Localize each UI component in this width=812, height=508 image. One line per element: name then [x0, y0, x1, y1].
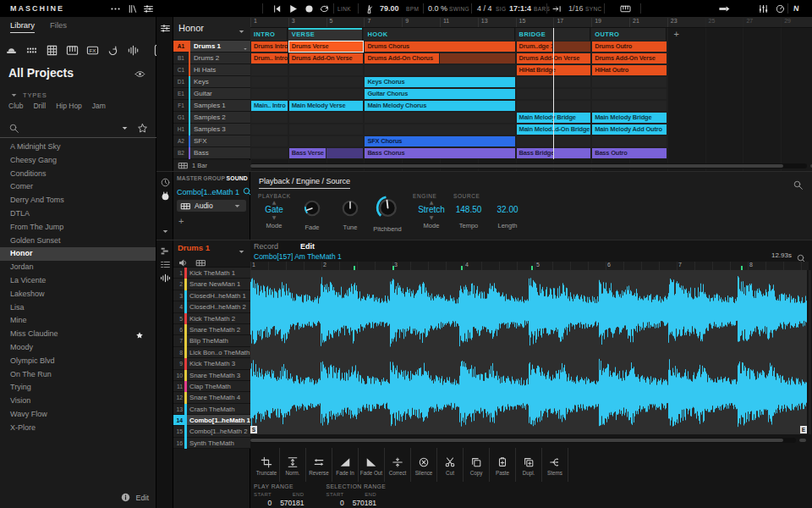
track-label-g1[interactable]: G1Samples 2: [173, 112, 250, 124]
power-button[interactable]: [775, 0, 786, 17]
clip-tail[interactable]: [553, 41, 590, 52]
browser-filter-projects[interactable]: [5, 43, 18, 58]
clip[interactable]: Bass Chorus: [365, 148, 514, 158]
arranger-hscrollbar[interactable]: [250, 163, 807, 168]
empty-slot[interactable]: [592, 101, 667, 111]
link-toggle[interactable]: LINK: [337, 0, 351, 17]
copy-button[interactable]: Copy: [464, 448, 490, 482]
project-item[interactable]: Conditions: [0, 168, 156, 181]
pattern-editor-icon[interactable]: [159, 245, 171, 257]
sound-slot-6[interactable]: 6Snare TheMath 2: [173, 324, 250, 335]
group-caret-icon[interactable]: [236, 24, 247, 39]
track-label-a2[interactable]: A2SFX: [173, 135, 250, 147]
play-range-end[interactable]: 570181: [280, 499, 304, 507]
tab-master[interactable]: MASTER: [177, 175, 202, 181]
clip[interactable]: Drums Add-On Chorus: [365, 53, 439, 64]
browser-filter-samples[interactable]: [127, 43, 140, 58]
clip[interactable]: Drums Chorus: [365, 41, 514, 52]
empty-slot[interactable]: [289, 136, 364, 146]
dupl--button[interactable]: Dupl.: [516, 448, 542, 482]
step-editor-icon[interactable]: [159, 258, 171, 270]
sound-name-row[interactable]: Combo[1..eMath 1: [177, 186, 253, 197]
paste-button[interactable]: Paste: [490, 448, 516, 482]
empty-slot[interactable]: [289, 113, 364, 123]
empty-slot[interactable]: [251, 65, 288, 75]
clip[interactable]: HiHat Outro: [592, 65, 667, 75]
sync-label[interactable]: SYNC: [585, 0, 602, 17]
sample-editor-icon[interactable]: [159, 272, 171, 284]
empty-slot[interactable]: [365, 113, 514, 123]
project-item[interactable]: Olympic Blvd: [0, 355, 156, 368]
panel-search-icon[interactable]: [793, 177, 804, 192]
pitchbend-knob-dial[interactable]: [375, 195, 401, 221]
clip[interactable]: Drums Intro: [251, 41, 288, 52]
clip[interactable]: Drums Add-On Verse: [592, 53, 667, 64]
browser-toggle-button[interactable]: [127, 0, 138, 17]
panel-title[interactable]: Playback / Engine / Source: [259, 177, 350, 189]
track-label-e1[interactable]: E1Guitar: [173, 88, 250, 100]
empty-slot[interactable]: [289, 124, 364, 135]
empty-slot[interactable]: [592, 89, 667, 99]
scene-intro[interactable]: INTRO: [250, 28, 288, 41]
project-item[interactable]: X-Plore: [0, 422, 156, 435]
types-header[interactable]: TYPES: [8, 90, 47, 101]
follow-button[interactable]: [551, 0, 562, 17]
plugin-slot[interactable]: Audio: [177, 200, 246, 212]
grid-setting[interactable]: 1 Bar: [173, 160, 250, 171]
length-control[interactable]: 32.00 Length: [486, 200, 529, 229]
clip[interactable]: Drum.. Intro: [251, 53, 288, 64]
sound-slot-1[interactable]: 1Kick TheMath 1: [173, 268, 250, 279]
arranger-view-icon[interactable]: [159, 22, 171, 34]
playhead[interactable]: [553, 28, 554, 159]
restart-button[interactable]: [272, 0, 283, 17]
collapse-caret-icon[interactable]: [159, 225, 171, 237]
project-item[interactable]: Miss Claudine: [0, 328, 156, 341]
cut-button[interactable]: Cut: [437, 448, 464, 482]
stems-button[interactable]: Stems: [542, 448, 568, 482]
track-label-d1[interactable]: D1Keys: [173, 76, 250, 88]
selection-range-end[interactable]: 570181: [353, 499, 376, 507]
reverse-button[interactable]: Reverse: [306, 448, 332, 482]
project-item[interactable]: On The Run: [0, 368, 156, 382]
clip[interactable]: Keys Chorus: [365, 77, 514, 87]
clip[interactable]: Main Melody Add Outro: [592, 124, 667, 135]
project-item[interactable]: Jordan: [0, 261, 156, 274]
fade-knob-dial[interactable]: [301, 197, 323, 219]
silence-button[interactable]: Silence: [411, 448, 437, 482]
arranger-timeline[interactable]: 1357911131517192123252729 INTROVERSEHOOK…: [250, 17, 812, 171]
sound-slot-7[interactable]: 7Blip TheMath: [173, 335, 250, 346]
clip-tail[interactable]: [326, 148, 364, 158]
play-button[interactable]: [288, 0, 299, 17]
clip[interactable]: Main Melody Bridge: [592, 113, 667, 123]
empty-slot[interactable]: [365, 124, 514, 135]
project-item[interactable]: Golden Sunset: [0, 235, 156, 248]
project-item[interactable]: A Midnight Sky: [0, 141, 156, 154]
play-range-start[interactable]: 0: [254, 499, 272, 507]
swing-value[interactable]: 0.0 %: [428, 0, 447, 17]
editor-hscrollbar[interactable]: [250, 438, 796, 443]
sound-slot-9[interactable]: 9Kick TheMath 3: [173, 358, 250, 369]
editor-vscrollbar[interactable]: [809, 270, 811, 434]
add-scene-button[interactable]: +: [670, 28, 683, 41]
sound-slot-15[interactable]: 15Combo[1..heMath 2: [173, 426, 250, 437]
browser-filter-instruments[interactable]: [66, 43, 79, 58]
project-item[interactable]: Honor: [0, 247, 156, 261]
scene-hook[interactable]: HOOK: [364, 28, 514, 41]
type-tag[interactable]: Club: [8, 102, 23, 110]
selection-range-start[interactable]: 0: [326, 499, 344, 507]
group-header[interactable]: Honor: [173, 17, 250, 41]
sound-slot-16[interactable]: 16Synth TheMath: [173, 438, 250, 449]
track-label-c1[interactable]: C1Hi Hats: [173, 64, 250, 76]
more-menu-button[interactable]: [110, 0, 121, 17]
norm--button[interactable]: Norm.: [280, 448, 306, 482]
scene-verse[interactable]: VERSE: [288, 28, 364, 41]
clip[interactable]: Main.. Intro: [251, 101, 288, 111]
browser-filter-loops[interactable]: [107, 43, 119, 58]
editor-group-caret-icon[interactable]: [236, 244, 247, 259]
project-item[interactable]: Derry And Toms: [0, 194, 156, 207]
sound-slot-11[interactable]: 11Clap TheMath: [173, 381, 250, 392]
waveform-canvas[interactable]: [250, 270, 807, 434]
clip[interactable]: Bass Verse: [289, 148, 326, 158]
track-label-b1[interactable]: B1Drums 2: [173, 52, 250, 64]
project-item[interactable]: Cheesy Gang: [0, 154, 156, 168]
